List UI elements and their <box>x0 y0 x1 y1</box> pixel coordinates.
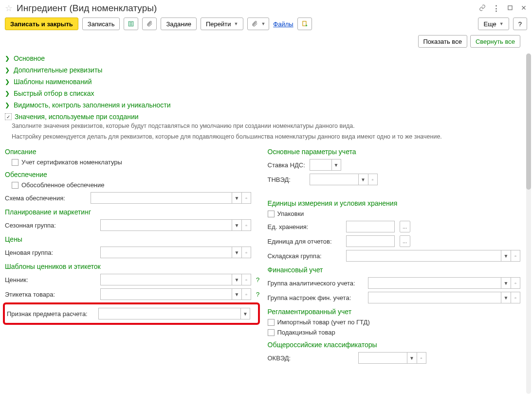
product-label-input[interactable] <box>100 288 232 300</box>
svg-rect-2 <box>303 21 306 26</box>
tnved-input[interactable] <box>310 174 358 185</box>
open-button[interactable]: ▫ <box>241 219 251 231</box>
task-button[interactable]: Задание <box>161 18 197 30</box>
help-icon[interactable]: ? <box>256 291 259 298</box>
section-defaults[interactable]: ✓ Значения, используемые при создании <box>5 111 520 122</box>
season-group-input[interactable] <box>100 219 232 231</box>
goto-button[interactable]: Перейти▼ <box>201 18 243 30</box>
chevron-right-icon: ❯ <box>5 90 11 97</box>
certificate-checkbox[interactable] <box>12 159 18 166</box>
report-unit-label: Единица для отчетов: <box>268 238 343 245</box>
supply-scheme-label: Схема обеспечения: <box>5 195 88 202</box>
show-all-button[interactable]: Показать все <box>418 35 467 48</box>
section-expand-checkbox[interactable]: ✓ <box>5 113 12 120</box>
chevron-right-icon: ❯ <box>5 78 11 85</box>
attachment-icon-button[interactable] <box>142 18 157 30</box>
dropdown-button[interactable]: ▼ <box>407 352 417 364</box>
packaging-label: Упаковки <box>277 210 304 217</box>
group-description: Описание <box>5 145 258 158</box>
open-button[interactable]: ▫ <box>511 292 520 303</box>
vertical-scrollbar[interactable] <box>526 53 531 394</box>
section-main[interactable]: ❯Основное <box>5 53 520 64</box>
save-and-close-button[interactable]: Записать и закрыть <box>5 18 78 30</box>
group-labels: Шаблоны ценников и этикеток <box>5 260 258 272</box>
tnved-label: ТНВЭД: <box>268 176 307 183</box>
hint-line-2: Настройку рекомендуется делать для рекви… <box>5 132 520 143</box>
files-link[interactable]: Файлы <box>273 20 293 28</box>
vat-input[interactable] <box>310 159 331 171</box>
ellipsis-button[interactable]: ... <box>400 235 410 247</box>
dropdown-button[interactable]: ▼ <box>358 174 368 185</box>
favorite-star-icon[interactable]: ☆ <box>5 4 13 13</box>
chevron-down-icon: ▼ <box>499 21 504 26</box>
okved-label: ОКВЭД: <box>268 354 355 362</box>
help-icon[interactable]: ? <box>256 276 259 283</box>
price-group-label: Ценовая группа: <box>5 249 97 256</box>
dropdown-button[interactable]: ▼ <box>232 219 241 231</box>
fin-settings-group-input[interactable] <box>368 292 501 303</box>
import-label: Импортный товар (учет по ГТД) <box>277 319 370 326</box>
dropdown-button[interactable]: ▼ <box>232 274 241 285</box>
import-checkbox[interactable] <box>268 319 275 326</box>
open-button[interactable]: ▫ <box>417 352 426 364</box>
fin-settings-group-label: Группа настроек фин. учета: <box>268 294 365 301</box>
dropdown-button[interactable]: ▼ <box>232 247 241 258</box>
goto-label: Перейти <box>206 20 231 28</box>
dropdown-button[interactable]: ▼ <box>501 250 511 262</box>
dropdown-button[interactable]: ▼ <box>501 277 511 289</box>
section-quick-filter[interactable]: ❯Быстрый отбор в списках <box>5 88 520 99</box>
excise-checkbox[interactable] <box>268 329 275 336</box>
dropdown-button[interactable]: ▼ <box>232 192 241 204</box>
scrollbar-thumb[interactable] <box>526 53 531 190</box>
section-additional[interactable]: ❯Дополнительные реквизиты <box>5 64 520 76</box>
open-button[interactable]: ▫ <box>511 250 520 262</box>
section-visibility[interactable]: ❯Видимость, контроль заполнения и уникал… <box>5 99 520 111</box>
dropdown-button[interactable]: ▼ <box>331 159 341 171</box>
hint-line-1: Заполните значения реквизитов, которые б… <box>5 122 520 132</box>
svg-rect-0 <box>508 5 512 9</box>
okved-input[interactable] <box>358 352 407 364</box>
certificate-label: Учет сертификатов номенклатуры <box>21 159 122 166</box>
packaging-checkbox[interactable] <box>268 211 275 217</box>
dropdown-button[interactable]: ▼ <box>232 288 241 300</box>
kebab-menu-icon[interactable]: ⋮ <box>493 4 500 13</box>
dropdown-button[interactable]: ▼ <box>501 292 511 303</box>
open-button[interactable]: ▫ <box>368 174 378 185</box>
help-button[interactable]: ? <box>513 18 527 30</box>
section-visibility-label: Видимость, контроль заполнения и уникаль… <box>14 101 171 109</box>
save-label: Записать <box>88 20 115 28</box>
calc-subject-input[interactable] <box>98 308 240 319</box>
task-label: Задание <box>166 20 191 28</box>
open-button[interactable]: ▫ <box>241 274 251 285</box>
chevron-right-icon: ❯ <box>5 102 11 108</box>
price-tag-input[interactable] <box>100 274 232 285</box>
report-unit-input[interactable] <box>346 235 395 247</box>
price-group-input[interactable] <box>100 247 232 258</box>
open-button[interactable]: ▫ <box>511 277 520 289</box>
report-icon-button[interactable] <box>297 18 312 30</box>
close-icon[interactable] <box>520 4 527 13</box>
open-button[interactable]: ▫ <box>241 288 251 300</box>
section-additional-label: Дополнительные реквизиты <box>14 66 102 74</box>
open-button[interactable]: ▫ <box>241 192 251 204</box>
open-button[interactable]: ▫ <box>241 247 251 258</box>
separate-supply-checkbox[interactable] <box>12 182 18 189</box>
dropdown-button[interactable]: ▼ <box>240 308 250 319</box>
collapse-all-button[interactable]: Свернуть все <box>470 35 520 48</box>
maximize-icon[interactable] <box>507 4 514 13</box>
list-icon-button[interactable] <box>124 18 138 30</box>
save-button[interactable]: Записать <box>82 18 120 30</box>
warehouse-group-input[interactable] <box>346 250 501 262</box>
calc-subject-label: Признак предмета расчета: <box>7 310 95 318</box>
highlighted-calc-subject-row: Признак предмета расчета: ▼ <box>3 302 260 325</box>
analytic-group-input[interactable] <box>368 277 501 289</box>
storage-unit-label: Ед. хранения: <box>268 223 343 230</box>
link-icon[interactable] <box>479 4 486 13</box>
supply-scheme-input[interactable] <box>91 192 232 204</box>
storage-unit-input[interactable] <box>346 221 395 232</box>
attachment-dropdown-button[interactable]: ▼ <box>247 18 269 30</box>
section-name-templates[interactable]: ❯Шаблоны наименований <box>5 76 520 88</box>
group-accounting: Основные параметры учета <box>268 145 521 158</box>
ellipsis-button[interactable]: ... <box>400 221 410 232</box>
more-button[interactable]: Еще▼ <box>478 18 509 30</box>
